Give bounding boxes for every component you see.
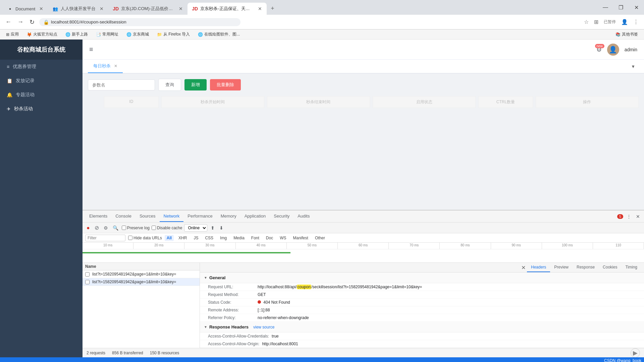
filter-chip-xhr[interactable]: XHR <box>176 235 189 241</box>
disable-cache-checkbox[interactable]: Disable cache <box>152 226 182 230</box>
add-button[interactable]: 新增 <box>184 79 207 90</box>
extension-icon[interactable]: ⊞ <box>593 17 600 26</box>
tab-renren[interactable]: 👥 人人快速开发平台 ✕ <box>48 3 108 15</box>
bookmark-apps[interactable]: ⊞ 应用 <box>4 31 21 38</box>
devtools-tab-network[interactable]: Network <box>160 211 184 222</box>
page-tab-seckill-close[interactable]: ✕ <box>114 64 117 68</box>
new-tab-button[interactable]: + <box>268 2 277 15</box>
tab-jd1[interactable]: JD 京东(JD.COM)-正品低价、品质... ✕ <box>108 3 187 15</box>
back-button[interactable]: ← <box>4 17 13 27</box>
record-button[interactable]: ● <box>85 224 91 232</box>
preserve-log-label: Preserve log <box>127 226 150 230</box>
filter-chip-js[interactable]: JS <box>192 235 200 241</box>
tab-close-renren[interactable]: ✕ <box>100 6 104 11</box>
hamburger-button[interactable]: ≡ <box>89 46 93 53</box>
general-section-header[interactable]: ▼ General <box>200 273 644 283</box>
filter-chip-doc[interactable]: Doc <box>264 235 275 241</box>
address-bar[interactable]: 🔒 localhost:8001/#/coupon-seckillsession <box>39 18 240 26</box>
transferred-size: 856 B transferred <box>112 351 143 355</box>
filter-icon[interactable]: ⚙ <box>102 224 109 232</box>
request-checkbox-1[interactable] <box>85 272 90 277</box>
network-filter-input[interactable] <box>85 235 125 241</box>
bookmark-others[interactable]: 📚 其他书签 <box>613 31 640 38</box>
general-arrow-icon: ▼ <box>204 276 207 280</box>
sidebar-item-coupon-label: 优惠券管理 <box>13 64 36 70</box>
devtools-tab-sources[interactable]: Sources <box>136 211 160 222</box>
batch-delete-button[interactable]: 批量删除 <box>210 79 241 90</box>
devtools-close-icon[interactable]: ✕ <box>635 213 641 221</box>
filter-chip-ws[interactable]: WS <box>278 235 288 241</box>
disable-cache-label: Disable cache <box>157 226 182 230</box>
details-tab-timing[interactable]: Timing <box>621 263 641 272</box>
bookmark-common[interactable]: 📑 常用网址 <box>94 31 120 38</box>
filter-chip-manifest[interactable]: Manifest <box>291 235 310 241</box>
filter-chip-all[interactable]: All <box>165 235 174 241</box>
query-button[interactable]: 查询 <box>158 79 181 91</box>
tab-chevron-icon[interactable]: ▼ <box>628 61 639 72</box>
request-checkbox-2[interactable] <box>85 280 90 284</box>
bookmark-drawing-label: 在线绘图软件、图... <box>204 32 240 37</box>
maximize-button[interactable]: ❐ <box>613 0 629 15</box>
hide-data-urls-checkbox[interactable]: Hide data URLs <box>128 236 162 240</box>
devtools-tab-audits[interactable]: Audits <box>293 211 314 222</box>
settings-button[interactable]: ⚙ new <box>596 46 602 53</box>
bookmark-apps-label: 应用 <box>11 32 19 37</box>
sidebar-item-seckill[interactable]: ✈ 秒杀活动 <box>0 102 83 116</box>
devtools-tab-elements[interactable]: Elements <box>85 211 111 222</box>
upload-icon[interactable]: ⬆ <box>209 224 216 232</box>
clear-button[interactable]: ⊘ <box>93 223 100 232</box>
bookmark-star-icon[interactable]: ☆ <box>583 17 590 26</box>
details-tab-preview[interactable]: Preview <box>550 263 573 272</box>
devtools-tab-security[interactable]: Security <box>270 211 293 222</box>
tab-close-jd1[interactable]: ✕ <box>179 6 183 11</box>
view-source-link[interactable]: view source <box>253 325 274 329</box>
search-icon[interactable]: 🔍 <box>111 224 120 232</box>
profile-icon[interactable]: 👤 <box>620 17 629 26</box>
forward-button[interactable]: → <box>16 17 25 27</box>
devtools-tab-application[interactable]: Application <box>240 211 270 222</box>
tab-jd2[interactable]: JD 京东秒杀-正品保证、天天低价... ✕ <box>187 3 267 15</box>
bookmark-jd[interactable]: 🌐 京东商城 <box>124 31 151 38</box>
page-tab-seckill[interactable]: 每日秒杀 ✕ <box>88 60 123 73</box>
bookmark-import[interactable]: 📁 从 Firefox 导入 <box>155 31 192 38</box>
sidebar-item-coupon[interactable]: ≡ 优惠券管理 <box>0 60 83 74</box>
devtools-overflow-icon[interactable]: ⋮ <box>625 213 633 221</box>
tab-close-jd2[interactable]: ✕ <box>258 6 262 11</box>
devtools-tab-console[interactable]: Console <box>111 211 136 222</box>
filter-chip-img[interactable]: Img <box>218 235 229 241</box>
tab-close-document[interactable]: ✕ <box>39 6 43 11</box>
preserve-log-checkbox[interactable]: Preserve log <box>122 226 150 230</box>
bookmark-firefox[interactable]: 🦊 火狐官方站点 <box>25 31 59 38</box>
already-paused-icon[interactable]: 已暂停 <box>602 18 617 26</box>
sidebar-item-topics[interactable]: 🔔 专题活动 <box>0 88 83 102</box>
filter-chip-font[interactable]: Font <box>249 235 261 241</box>
close-button[interactable]: ✕ <box>629 0 644 15</box>
table-header-row: ID 秒杀开始时间 秒杀结束时间 启用状态 CTRL数量 操作 <box>88 96 639 108</box>
sidebar-item-records[interactable]: 📋 发放记录 <box>0 74 83 88</box>
filter-chip-media[interactable]: Media <box>231 235 247 241</box>
replay-button[interactable]: ▶ <box>631 348 640 358</box>
hide-data-urls-input[interactable] <box>128 236 132 240</box>
details-close-icon[interactable]: ✕ <box>520 263 527 272</box>
filter-chip-css[interactable]: CSS <box>203 235 215 241</box>
preserve-log-input[interactable] <box>122 226 126 230</box>
response-headers-section-header[interactable]: ▼ Response Headers view source <box>200 322 644 333</box>
download-icon[interactable]: ⬇ <box>218 224 225 232</box>
details-tab-headers[interactable]: Headers <box>527 263 550 272</box>
param-filter-input[interactable] <box>88 79 155 90</box>
throttle-select[interactable]: Online <box>184 224 207 232</box>
filter-chip-other[interactable]: Other <box>313 235 327 241</box>
disable-cache-input[interactable] <box>152 226 156 230</box>
menu-icon[interactable]: ⋮ <box>632 17 640 26</box>
minimize-button[interactable]: — <box>598 0 613 15</box>
devtools-tab-memory[interactable]: Memory <box>217 211 240 222</box>
bookmark-drawing[interactable]: 🌐 在线绘图软件、图... <box>196 31 242 38</box>
refresh-button[interactable]: ↻ <box>28 17 36 27</box>
devtools-tab-performance[interactable]: Performance <box>183 211 216 222</box>
details-tab-cookies[interactable]: Cookies <box>599 263 621 272</box>
tab-document[interactable]: ● Document ✕ <box>3 3 48 15</box>
details-tab-response[interactable]: Response <box>573 263 599 272</box>
request-row-1[interactable]: list?t=1582095481942&page=1&limit=10&key… <box>83 270 200 278</box>
bookmark-newuser[interactable]: 🌐 新手上路 <box>63 31 90 38</box>
request-row-2[interactable]: list?t=1582095481942&page=1&limit=10&key… <box>83 278 200 286</box>
